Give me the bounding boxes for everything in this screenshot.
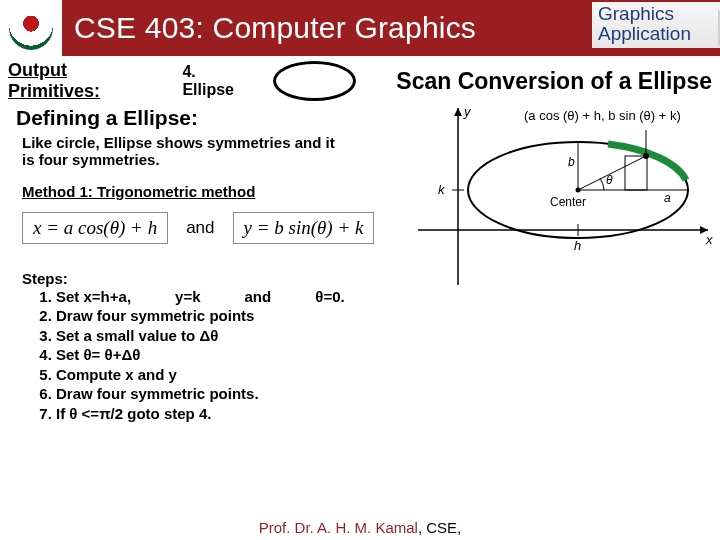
- list-item: Draw four symmetric points.: [56, 384, 708, 404]
- steps-block: Steps: Set x=h+a, y=k and θ=0. Draw four…: [22, 270, 708, 424]
- b-label: b: [568, 155, 575, 169]
- theta-label: θ: [606, 173, 613, 187]
- step1-b: y=k: [175, 287, 200, 307]
- y-axis-label: y: [463, 104, 472, 119]
- center-label: Center: [550, 195, 586, 209]
- topic-label: 4. Ellipse: [182, 63, 244, 99]
- list-item: Compute x and y: [56, 365, 708, 385]
- list-item: Set a small value to Δθ: [56, 326, 708, 346]
- formula-and: and: [186, 218, 214, 238]
- subheader: Output Primitives: 4. Ellipse Scan Conve…: [0, 56, 720, 102]
- scan-conversion-title: Scan Conversion of a Ellipse: [396, 68, 712, 95]
- list-item: Set θ= θ+Δθ: [56, 345, 708, 365]
- formula-y: y = b sin(θ) + k: [233, 212, 375, 244]
- intro-text: Like circle, Ellipse shows symmetries an…: [22, 134, 342, 169]
- h-label: h: [574, 238, 581, 253]
- footer-rest: , CSE,: [418, 519, 461, 536]
- output-primitives-label: Output Primitives:: [8, 60, 148, 102]
- step1-a: Set x=h+a,: [56, 287, 131, 307]
- list-item: If θ <=π/2 goto step 4.: [56, 404, 708, 424]
- steps-list: Set x=h+a, y=k and θ=0. Draw four symmet…: [56, 287, 708, 424]
- step1-c: and: [245, 287, 272, 307]
- a-label: a: [664, 191, 671, 205]
- corner-line1: Graphics: [598, 4, 714, 24]
- footer: Prof. Dr. A. H. M. Kamal, CSE,: [259, 519, 462, 536]
- university-logo: [0, 0, 62, 56]
- formula-x: x = a cos(θ) + h: [22, 212, 168, 244]
- header-bar: CSE 403: Computer Graphics Graphics Appl…: [0, 0, 720, 56]
- x-axis-label: x: [705, 232, 713, 247]
- ellipse-icon: [273, 61, 356, 101]
- corner-label: Graphics Application: [592, 2, 720, 48]
- ellipse-diagram: x y θ b a Center k h (a cos (θ) + h, b s…: [408, 100, 714, 290]
- svg-point-13: [643, 153, 649, 159]
- footer-name: Prof. Dr. A. H. M. Kamal: [259, 519, 418, 536]
- svg-marker-3: [454, 108, 462, 116]
- course-title: CSE 403: Computer Graphics: [74, 11, 476, 45]
- list-item: Draw four symmetric points: [56, 306, 708, 326]
- logo-circle: [9, 6, 53, 50]
- step1-d: θ=0.: [315, 288, 344, 305]
- point-label: (a cos (θ) + h, b sin (θ) + k): [524, 108, 681, 123]
- corner-line2: Application: [598, 24, 714, 44]
- k-label: k: [438, 182, 446, 197]
